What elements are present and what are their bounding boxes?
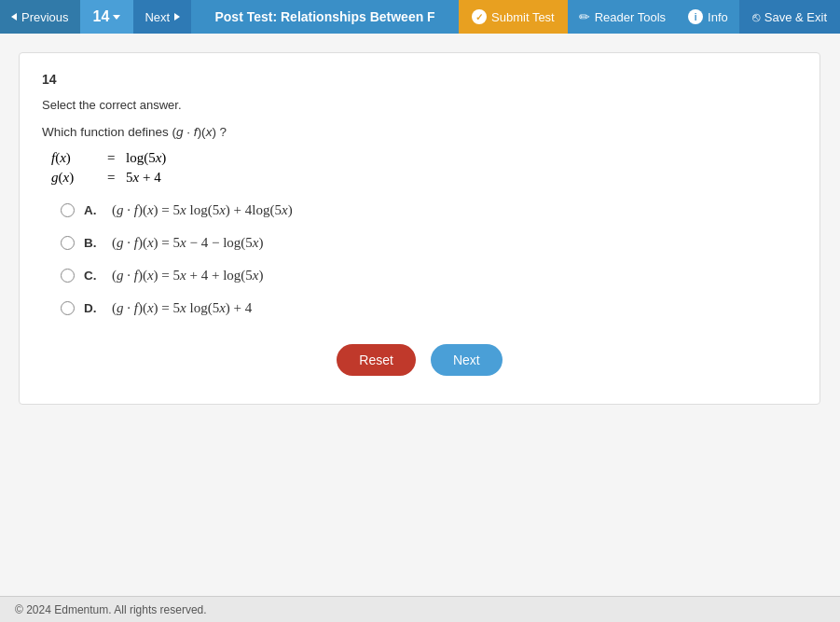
info-label: Info [708, 10, 728, 24]
footer: © 2024 Edmentum. All rights reserved. [0, 596, 840, 622]
test-title: Post Test: Relationships Between F [191, 9, 459, 24]
reset-button[interactable]: Reset [337, 344, 416, 376]
submit-label: Submit Test [491, 10, 555, 24]
previous-label: Previous [21, 10, 69, 24]
question-dropdown-icon [113, 15, 120, 20]
reader-tools-label: Reader Tools [595, 10, 666, 24]
save-exit-label: Save & Exit [764, 10, 827, 24]
question-card: 14 Select the correct answer. Which func… [19, 52, 820, 405]
gx-eq: = [107, 170, 126, 186]
option-c-label: C. [84, 269, 103, 283]
option-c-row: C. (g · f)(x) = 5x + 4 + log(5x) [61, 268, 797, 283]
submit-test-button[interactable]: ✓ Submit Test [459, 0, 568, 34]
fx-eq: = [107, 150, 126, 166]
fx-rhs: log(5x) [126, 150, 797, 166]
option-d-math: (g · f)(x) = 5x log(5x) + 4 [112, 300, 252, 316]
save-icon: ⎋ [752, 9, 760, 24]
option-a-math: (g · f)(x) = 5x log(5x) + 4log(5x) [112, 202, 293, 218]
previous-button[interactable]: Previous [0, 0, 80, 34]
action-buttons: Reset Next [42, 344, 797, 376]
option-c-math: (g · f)(x) = 5x + 4 + log(5x) [112, 268, 264, 283]
save-exit-button[interactable]: ⎋ Save & Exit [739, 0, 840, 34]
option-a-label: A. [84, 203, 103, 217]
option-c-radio[interactable] [61, 269, 75, 283]
copyright-text: © 2024 Edmentum. All rights reserved. [15, 603, 207, 616]
option-d-label: D. [84, 301, 103, 315]
option-d-row: D. (g · f)(x) = 5x log(5x) + 4 [61, 300, 797, 316]
option-b-label: B. [84, 236, 103, 250]
content-area: 14 Select the correct answer. Which func… [0, 34, 840, 596]
question-number: 14 [42, 72, 797, 87]
gx-lhs: g(x) [51, 170, 107, 186]
reader-tools-button[interactable]: ✏ Reader Tools [568, 0, 677, 34]
option-b-math: (g · f)(x) = 5x − 4 − log(5x) [112, 235, 264, 251]
next-arrow-icon [174, 13, 180, 21]
given-functions: f(x) = log(5x) g(x) = 5x + 4 [51, 150, 797, 186]
info-icon: i [688, 9, 703, 24]
fx-lhs: f(x) [51, 150, 107, 166]
info-button[interactable]: i Info [677, 0, 739, 34]
option-a-radio[interactable] [61, 203, 75, 217]
gx-rhs: 5x + 4 [126, 170, 797, 186]
next-button[interactable]: Next [431, 344, 503, 376]
nav-right-section: ✓ Submit Test ✏ Reader Tools i Info ⎋ Sa… [459, 0, 840, 34]
option-b-radio[interactable] [61, 236, 75, 250]
option-a-row: A. (g · f)(x) = 5x log(5x) + 4log(5x) [61, 202, 797, 218]
next-button-nav[interactable]: Next [133, 0, 191, 34]
pencil-icon: ✏ [579, 9, 590, 24]
next-label-nav: Next [145, 10, 170, 24]
options-list: A. (g · f)(x) = 5x log(5x) + 4log(5x) B.… [61, 202, 797, 316]
question-number-display: 14 [93, 8, 110, 25]
previous-arrow-icon [11, 13, 17, 21]
option-b-row: B. (g · f)(x) = 5x − 4 − log(5x) [61, 235, 797, 251]
top-navbar: Previous 14 Next Post Test: Relationship… [0, 0, 840, 34]
instruction-text: Select the correct answer. [42, 98, 797, 112]
question-text: Which function defines (g · f)(x) ? [42, 125, 797, 139]
question-number-selector[interactable]: 14 [80, 0, 134, 34]
option-d-radio[interactable] [61, 301, 75, 315]
submit-icon: ✓ [472, 9, 487, 24]
